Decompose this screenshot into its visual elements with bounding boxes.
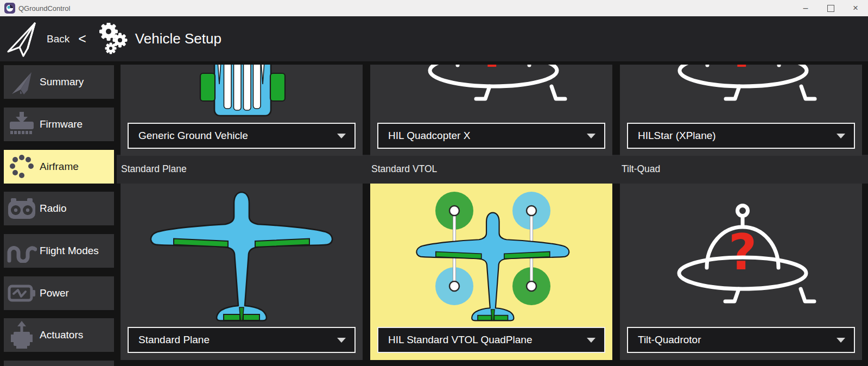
paper-plane-icon [4, 69, 40, 95]
close-button[interactable]: × [843, 0, 868, 16]
dropdown-value: Tilt-Quadrotor [638, 334, 701, 346]
section-label-band: Standard Plane Standard VTOL Tilt-Quad [117, 155, 868, 184]
sidebar-item-label: Summary [40, 76, 84, 88]
airframe-card-generic-ground-vehicle[interactable]: Generic Ground Vehicle [121, 65, 363, 156]
battery-icon [4, 283, 40, 303]
sidebar-item-power[interactable]: Power [4, 276, 114, 310]
qgc-logo-icon [4, 3, 15, 14]
sidebar-item-summary[interactable]: Summary [4, 65, 114, 99]
section-label-tilt-quad: Tilt-Quad [622, 155, 660, 184]
motor-icon [4, 321, 40, 349]
dropdown-value: HIL Quadcopter X [388, 130, 470, 142]
ground-vehicle-image [121, 65, 363, 119]
minimize-button[interactable]: – [793, 0, 818, 16]
sidebar-item-label: Flight Modes [40, 245, 99, 257]
standard-plane-image [121, 184, 363, 327]
page-title: Vehicle Setup [135, 30, 221, 47]
maximize-icon [827, 5, 834, 12]
firmware-download-icon [4, 112, 40, 137]
airframe-select-dropdown[interactable]: HILStar (XPlane) [627, 123, 855, 149]
sidebar-item-label: Actuators [40, 329, 83, 341]
dropdown-value: HILStar (XPlane) [638, 130, 716, 142]
sidebar-item-flight-modes[interactable]: Flight Modes [4, 234, 114, 268]
sidebar-item-label: Power [40, 287, 69, 299]
airframe-select-dropdown[interactable]: Tilt-Quadrotor [627, 327, 855, 353]
close-icon: × [853, 3, 858, 14]
breadcrumb-chevron: < [78, 31, 86, 47]
rc-radio-icon [4, 197, 40, 220]
sidebar-item-radio[interactable]: Radio [4, 192, 114, 225]
airframe-card-standard-plane[interactable]: Standard Plane [121, 184, 363, 360]
wave-icon [4, 239, 40, 263]
chevron-down-icon [337, 134, 346, 138]
minimize-icon: – [803, 5, 808, 11]
dots-ring-icon [4, 154, 40, 180]
unknown-airframe-image [620, 65, 862, 119]
airframe-select-dropdown[interactable]: HIL Standard VTOL QuadPlane [377, 327, 605, 353]
chevron-down-icon [837, 338, 845, 343]
airframe-select-dropdown[interactable]: HIL Quadcopter X [377, 123, 605, 149]
airframe-card-tilt-quad[interactable]: Tilt-Quadrotor [620, 184, 862, 360]
titlebar: QGroundControl – × [0, 0, 868, 16]
airframe-select-dropdown[interactable]: Standard Plane [128, 327, 356, 353]
sidebar-item-label: Firmware [40, 118, 83, 130]
chevron-down-icon [587, 338, 595, 343]
paper-plane-icon [7, 21, 39, 58]
chevron-down-icon [837, 134, 845, 138]
sidebar-item-airframe[interactable]: Airframe [4, 150, 114, 184]
section-label-standard-vtol: Standard VTOL [371, 155, 437, 184]
window-title: QGroundControl [18, 4, 70, 12]
gears-icon [97, 23, 128, 55]
unknown-airframe-image [370, 65, 612, 119]
vtol-quadplane-image [370, 184, 612, 327]
airframe-card-standard-vtol-selected[interactable]: HIL Standard VTOL QuadPlane [370, 184, 612, 360]
qgroundcontrol-window: QGroundControl – × Back < [0, 0, 868, 366]
sidebar-item-label: Airframe [40, 161, 79, 173]
unknown-airframe-image [620, 184, 862, 327]
toolbar: Back < [0, 16, 868, 61]
section-label-standard-plane: Standard Plane [121, 155, 187, 184]
sidebar-item-partial[interactable] [4, 361, 114, 366]
sidebar-item-label: Radio [40, 203, 67, 214]
chevron-down-icon [337, 338, 346, 343]
airframe-select-dropdown[interactable]: Generic Ground Vehicle [128, 123, 356, 149]
dropdown-value: Generic Ground Vehicle [138, 130, 248, 142]
dropdown-value: HIL Standard VTOL QuadPlane [388, 334, 532, 346]
sidebar-item-actuators[interactable]: Actuators [4, 318, 114, 352]
dropdown-value: Standard Plane [138, 334, 210, 346]
chevron-down-icon [587, 134, 595, 138]
airframe-card-hil-quadcopter-x[interactable]: HIL Quadcopter X [370, 65, 612, 156]
back-button[interactable]: Back [47, 33, 69, 45]
maximize-button[interactable] [818, 0, 843, 16]
airframe-card-hilstar-xplane[interactable]: HILStar (XPlane) [620, 65, 862, 156]
sidebar-item-firmware[interactable]: Firmware [4, 108, 114, 141]
